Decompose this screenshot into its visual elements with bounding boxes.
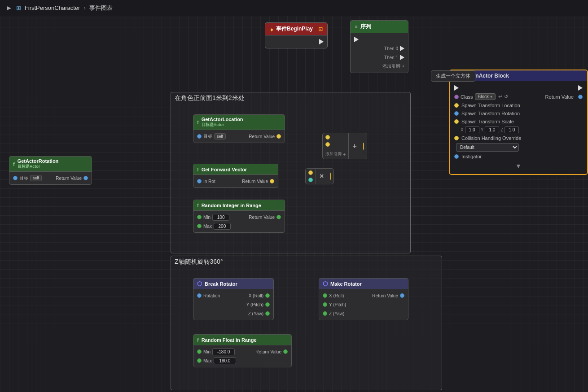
rotation-label: Rotation [203, 293, 220, 298]
min-pin [197, 215, 202, 219]
sequence-then1-row: Then 1 [351, 53, 408, 62]
return-label: Return Value [56, 176, 82, 181]
target-self-badge: self [30, 175, 42, 181]
z-pin [265, 311, 270, 316]
return-label: Return Value [242, 179, 268, 184]
gen-cube-button[interactable]: 生成一个立方体 [431, 70, 475, 82]
mul-out [330, 173, 331, 180]
sequence-title: 序列 [360, 23, 371, 30]
get-actor-rotation-subtitle: 目标是Actor [18, 164, 59, 170]
get-forward-vector-body: In Rot Return Value [193, 174, 278, 188]
then0-label: Then 0 [384, 46, 398, 51]
target-pin [13, 176, 18, 180]
return-value-label: Return Value [545, 94, 574, 100]
then0-pin [400, 46, 404, 51]
func-icon: f [197, 167, 199, 172]
add-inputs: 添加引脚 + [323, 133, 349, 159]
location-pin [454, 103, 459, 108]
sequence-exec-in-row [351, 35, 408, 44]
min-pin [197, 349, 202, 354]
grid-icon: ⊞ [16, 4, 21, 11]
x-in-pin [323, 293, 327, 298]
rotation-label: Spawn Transform Rotation [461, 111, 520, 116]
instigator-label: Instigator [461, 154, 482, 159]
collision-select-row: Default [450, 142, 587, 152]
class-label: Class [461, 94, 473, 100]
collision-select[interactable]: Default [456, 143, 519, 152]
class-row: Class Block ▾ ↩ ↺ Return Value [450, 92, 587, 101]
topbar: ► ⊞ FirstPersonCharacter › 事件图表 [0, 0, 588, 16]
expand-row: ▼ [450, 161, 587, 171]
z-label: Z (Yaw) [329, 311, 344, 316]
spawn-location-row: Spawn Transform Location [450, 101, 587, 109]
random-float-node: f Random Float in Range Min Return Value… [193, 334, 292, 367]
instigator-pin [454, 154, 459, 159]
return-pin [276, 134, 281, 139]
inrot-label: In Rot [203, 179, 215, 184]
add-pin-label: 添加引脚 + [382, 63, 404, 70]
min-label: Min [203, 349, 211, 354]
event-beginplay-node: ⬧ 事件BeginPlay ⊡ [265, 22, 328, 48]
get-forward-vector-title: Get Forward Vector [202, 167, 247, 172]
class-refresh-icon: ↺ [504, 94, 508, 100]
event-beginplay-title: 事件BeginPlay [276, 25, 313, 33]
add-output [360, 141, 367, 151]
collision-label-row: Collision Handling Override [450, 134, 587, 142]
sequence-body: Then 0 Then 1 添加引脚 + [350, 33, 408, 73]
add-in2 [325, 142, 330, 147]
location-label: Spawn Transform Location [461, 103, 520, 108]
class-pin [454, 95, 459, 99]
rotation-pin [454, 111, 459, 116]
scale-y-input[interactable] [485, 126, 499, 133]
random-int-title: Random Integer in Range [202, 203, 261, 208]
max-input[interactable] [214, 223, 231, 230]
then1-pin [400, 55, 404, 60]
spawn-exec-row [450, 84, 587, 92]
add-plus-icon: + [343, 152, 346, 157]
scale-x-input[interactable] [465, 126, 479, 133]
collision-pin [454, 136, 459, 140]
func-icon: f [197, 203, 199, 208]
max-pin [197, 224, 202, 228]
class-val: Block [478, 94, 489, 99]
breadcrumb-sep: › [83, 4, 85, 11]
random-float-body: Min Return Value Max [193, 345, 292, 367]
spawn-actor-panel: ⬡ SpawnActor Block Class Block ▾ ↩ ↺ Ret… [449, 70, 588, 175]
spawn-actor-body: Class Block ▾ ↩ ↺ Return Value Spawn Tra… [450, 81, 587, 174]
z-label: Z [500, 127, 503, 132]
return-pin [270, 179, 274, 183]
y-label: Y (Pitch) [246, 302, 263, 307]
function-icon: f [13, 161, 15, 167]
add-pin-label: 添加引脚 [325, 151, 342, 157]
add-node: 添加引脚 + + [322, 133, 367, 159]
self-badge: self [214, 133, 226, 139]
scale-pin [454, 119, 459, 124]
exec-in-pin [454, 85, 459, 91]
get-actor-rotation-node: f GetActorRotation 目标是Actor 目标 self Retu… [9, 156, 92, 185]
x-pin [265, 293, 270, 298]
event-beginplay-body [265, 35, 328, 48]
get-actor-rotation-body: 目标 self Return Value [9, 171, 92, 185]
struct-icon: ⬡ [197, 280, 202, 287]
dropdown-arrow: ▾ [490, 94, 492, 99]
max-pin [197, 358, 202, 363]
break-rotator-title: Break Rotator [205, 281, 237, 287]
x-label: X (Roll) [249, 293, 263, 298]
float-min-input[interactable] [212, 348, 235, 355]
instigator-row: Instigator [450, 152, 587, 161]
mul-symbol: × [316, 172, 327, 180]
comment-box-1-title: 在角色正前面1米到2米处 [171, 92, 410, 104]
target-pin [197, 134, 202, 139]
x-label: X [461, 127, 464, 132]
event-icon: ⬧ [270, 26, 273, 33]
func-icon: f [197, 120, 199, 125]
exec-out-pin [578, 85, 583, 91]
event-warning-icon: ⊡ [318, 26, 323, 32]
float-max-input[interactable] [214, 357, 236, 364]
y-pin [265, 302, 270, 307]
scale-z-input[interactable] [505, 126, 519, 133]
min-input[interactable] [212, 214, 229, 221]
get-actor-location-node: f GetActorLocation 目标是Actor 目标 self Retu… [193, 114, 285, 143]
rotation-pin [197, 293, 202, 298]
collision-label: Collision Handling Override [461, 135, 521, 141]
